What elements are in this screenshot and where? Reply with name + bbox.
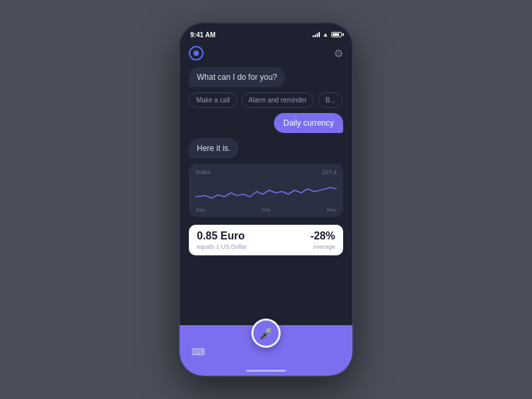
chart-line-svg [196, 178, 336, 205]
user-message-bubble: Daily currency [274, 113, 343, 133]
currency-description: equals 1 US Dollar [197, 243, 247, 250]
settings-icon[interactable]: ⚙ [334, 47, 343, 60]
quick-pill-alarm[interactable]: Alarm and reminder [241, 92, 315, 108]
chart-header: Index 107.4 [196, 169, 336, 176]
currency-change: -28% [311, 230, 335, 242]
chart-index-value: 107.4 [321, 169, 336, 176]
voice-dot [194, 51, 199, 56]
status-time: 9:41 AM [190, 31, 215, 39]
chart-index-label: Index [196, 169, 210, 176]
currency-right: -28% Average [311, 230, 335, 250]
chat-area: What can I do for you? Make a call Alarm… [180, 65, 352, 325]
phone-screen: 9:41 AM ▲ ⚙ [180, 23, 352, 376]
status-icons: ▲ [313, 31, 342, 38]
mic-button[interactable]: 🎤 [251, 319, 281, 348]
assistant-reply-text: Here it is. [197, 144, 231, 153]
currency-average-label: Average [311, 243, 335, 250]
assistant-reply-bubble: Here it is. [189, 138, 239, 158]
currency-info-card: 0.85 Euro equals 1 US Dollar -28% Averag… [189, 225, 343, 255]
phone-frame: 9:41 AM ▲ ⚙ [180, 23, 352, 376]
quick-actions-row: Make a call Alarm and reminder B... [189, 92, 343, 108]
currency-amount: 0.85 Euro [197, 230, 247, 242]
chart-month-nov: Nov [327, 207, 336, 213]
assistant-greeting-text: What can I do for you? [197, 72, 277, 82]
wifi-icon: ▲ [323, 31, 329, 38]
currency-left: 0.85 Euro equals 1 US Dollar [197, 230, 247, 250]
user-message-text: Daily currency [283, 118, 334, 128]
chart-month-sep: Sep [196, 207, 205, 213]
home-indicator [246, 370, 286, 372]
assistant-greeting-bubble: What can I do for you? [189, 67, 285, 87]
status-bar: 9:41 AM ▲ [180, 23, 352, 42]
keyboard-icon[interactable]: ⌨ [192, 346, 205, 357]
currency-chart-card: Index 107.4 Sep Oct Nov [189, 164, 343, 217]
voice-indicator [189, 46, 203, 61]
battery-icon [331, 32, 342, 37]
chart-month-oct: Oct [262, 207, 270, 213]
mic-button-icon: 🎤 [259, 327, 273, 340]
chart-svg-area [196, 178, 336, 205]
app-top-bar: ⚙ [180, 42, 352, 65]
signal-icon [313, 32, 320, 37]
quick-pill-more[interactable]: B... [318, 92, 342, 108]
bottom-bar: ⌨ 🎤 [180, 325, 352, 376]
chart-months-row: Sep Oct Nov [196, 205, 336, 213]
quick-pill-call[interactable]: Make a call [189, 92, 237, 108]
